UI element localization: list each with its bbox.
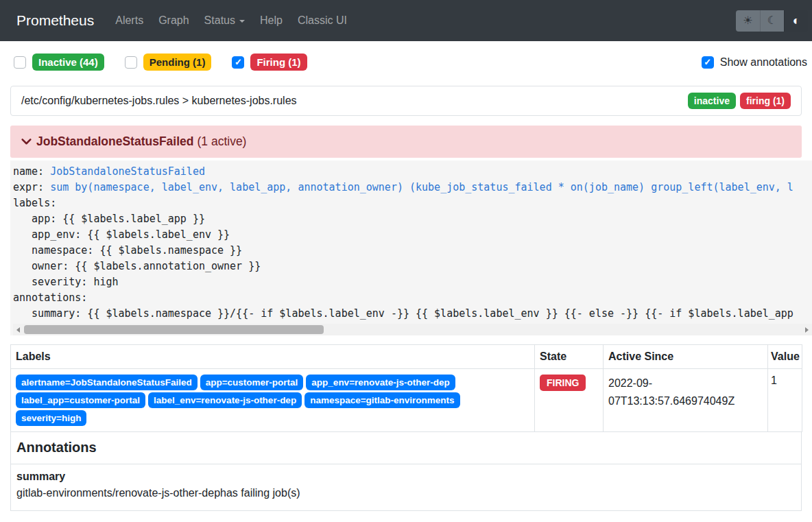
table-header-row: Labels State Active Since Value <box>11 345 802 369</box>
nav-item-status[interactable]: Status <box>197 14 252 27</box>
nav-item-alerts[interactable]: Alerts <box>108 14 151 27</box>
label-badge-alertname: alertname=JobStandaloneStatusFailed <box>16 375 198 390</box>
alert-rule-name: JobStandaloneStatusFailed <box>36 134 193 149</box>
inactive-checkbox[interactable] <box>14 56 26 69</box>
sun-icon: ☀ <box>743 15 752 26</box>
nav-item-graph[interactable]: Graph <box>151 14 196 27</box>
contrast-icon: ◐ <box>793 14 800 27</box>
show-annotations-toggle[interactable]: ✓ Show annotations <box>702 56 807 69</box>
inactive-badge: Inactive (44) <box>32 54 104 71</box>
scroll-left-arrow-icon[interactable] <box>16 327 20 333</box>
annotations-heading: Annotations <box>11 432 801 464</box>
alert-filters: Inactive (44) Pending (1) ✓ Firing (1) ✓… <box>14 54 807 71</box>
annotation-name: summary <box>16 471 796 483</box>
rule-inactive-badge: inactive <box>688 93 736 109</box>
chevron-down-icon <box>21 136 32 147</box>
firing-badge: Firing (1) <box>250 54 307 71</box>
caret-down-icon <box>239 20 245 23</box>
rule-firing-badge: firing (1) <box>740 93 791 109</box>
label-badges: alertname=JobStandaloneStatusFailed app=… <box>16 375 529 426</box>
check-icon: ✓ <box>704 57 711 67</box>
rule-group-card: /etc/config/kubernetes-jobs.rules > kube… <box>10 86 802 116</box>
brand-prometheus[interactable]: Prometheus <box>16 12 94 29</box>
filter-firing[interactable]: ✓ Firing (1) <box>232 54 307 71</box>
filter-inactive[interactable]: Inactive (44) <box>14 54 104 71</box>
column-header-active-since: Active Since <box>604 345 768 369</box>
label-badge-namespace: namespace=gitlab-environments <box>304 392 459 408</box>
scrollbar-thumb[interactable] <box>24 325 324 334</box>
pending-checkbox[interactable] <box>125 56 137 69</box>
horizontal-scrollbar[interactable] <box>13 324 812 335</box>
auto-theme-button[interactable]: ◐ <box>784 10 808 32</box>
label-badge-severity: severity=high <box>16 410 86 426</box>
value-cell: 1 <box>768 369 802 432</box>
show-annotations-label: Show annotations <box>720 56 807 69</box>
rule-definition-block: name: JobStandaloneStatusFailedexpr: sum… <box>10 161 812 335</box>
light-theme-button[interactable]: ☀ <box>736 10 760 32</box>
nav-item-help[interactable]: Help <box>252 14 290 27</box>
moon-icon: ☾ <box>767 15 777 26</box>
alert-active-count: (1 active) <box>197 134 246 149</box>
navbar: Prometheus Alerts Graph Status Help Clas… <box>0 0 812 41</box>
check-icon: ✓ <box>235 57 242 67</box>
label-badge-label-env: label_env=renovate-js-other-dep <box>148 392 302 408</box>
annotation-value: gitlab-environments/renovate-js-other-de… <box>16 485 796 501</box>
annotation-item: summary gitlab-environments/renovate-js-… <box>11 464 801 510</box>
active-alerts-table: Labels State Active Since Value alertnam… <box>10 344 802 432</box>
column-header-state: State <box>535 345 604 369</box>
table-row: alertname=JobStandaloneStatusFailed app=… <box>11 369 802 432</box>
active-since-cell: 2022-09-07T13:13:57.646974049Z <box>604 369 768 432</box>
column-header-labels: Labels <box>11 345 535 369</box>
scroll-right-arrow-icon[interactable] <box>805 327 809 333</box>
show-annotations-checkbox[interactable]: ✓ <box>702 56 714 69</box>
label-badge-app-env: app_env=renovate-js-other-dep <box>306 375 455 390</box>
alert-rule-header[interactable]: JobStandaloneStatusFailed (1 active) <box>10 126 802 158</box>
state-cell: FIRING <box>535 369 604 432</box>
rule-yaml-code: name: JobStandaloneStatusFailedexpr: sum… <box>13 164 812 322</box>
nav-item-classic-ui[interactable]: Classic UI <box>290 14 355 27</box>
rule-group-path: /etc/config/kubernetes-jobs.rules > kube… <box>21 95 297 107</box>
label-badge-label-app: label_app=customer-portal <box>16 392 145 408</box>
annotations-section: Annotations summary gitlab-environments/… <box>10 432 802 511</box>
label-badge-app: app=customer-portal <box>200 375 304 390</box>
firing-state-badge: FIRING <box>540 375 586 391</box>
filter-pending[interactable]: Pending (1) <box>125 54 212 71</box>
rule-group-badges: inactive firing (1) <box>688 93 791 109</box>
pending-badge: Pending (1) <box>143 54 212 71</box>
column-header-value: Value <box>768 345 802 369</box>
dark-theme-button[interactable]: ☾ <box>760 10 784 32</box>
labels-cell: alertname=JobStandaloneStatusFailed app=… <box>11 369 535 432</box>
firing-checkbox[interactable]: ✓ <box>232 56 244 69</box>
theme-toggle-group: ☀ ☾ ◐ <box>736 10 808 32</box>
